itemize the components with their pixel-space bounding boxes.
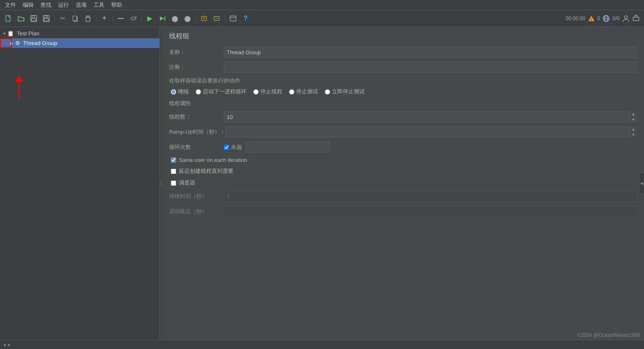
delay-thread-row: 延迟创建线程直到需要: [171, 167, 637, 175]
globe-icon: [602, 15, 610, 22]
loop-forever-wrap: 永远: [224, 143, 242, 151]
radio-stop-test-now-label: 立即停止测试: [332, 88, 365, 95]
tree-icon-test-plan: 📋: [7, 30, 14, 37]
tree-expand-collapsed-icon: ▶: [10, 41, 13, 45]
panel-resize-handle[interactable]: [160, 27, 162, 340]
help-btn[interactable]: ?: [240, 13, 252, 24]
template-btn[interactable]: [227, 13, 239, 24]
thread-count-down[interactable]: ▼: [629, 117, 637, 122]
remote-btn[interactable]: [198, 13, 210, 24]
same-user-checkbox[interactable]: [171, 157, 176, 163]
add-button[interactable]: +: [98, 13, 110, 24]
right-panel: 线程组 名称： 注释： 在取样器错误后要执行的动作 继续 启动下一进程循环 停止…: [162, 27, 644, 340]
name-label: 名称：: [169, 48, 224, 56]
svg-rect-9: [73, 16, 77, 21]
radio-stop-thread[interactable]: 停止线程: [253, 88, 282, 95]
error-count: 0/0: [612, 16, 620, 21]
comment-input[interactable]: [224, 62, 637, 73]
delay-thread-checkbox[interactable]: [171, 169, 176, 174]
delay-thread-label[interactable]: 延迟创建线程直到需要: [179, 167, 233, 175]
duration-input[interactable]: [224, 191, 637, 202]
tree-item-test-plan[interactable]: ▾ 📋 Test Plan: [0, 29, 159, 38]
panel-title: 线程组: [169, 32, 637, 41]
run-button[interactable]: ▶: [144, 13, 156, 24]
remote2-btn[interactable]: [211, 13, 223, 24]
rampup-input[interactable]: [225, 127, 637, 137]
save-button[interactable]: [28, 13, 40, 24]
tree-expand-icon: ▾: [3, 31, 5, 36]
tree-icon-thread-group: ⚙: [15, 40, 20, 46]
radio-stop-thread-input[interactable]: [253, 89, 259, 95]
scheduler-label[interactable]: 调度器: [179, 179, 195, 187]
bottom-bar: ● ●: [0, 340, 644, 349]
menu-file[interactable]: 文件: [2, 0, 19, 10]
open-button[interactable]: [15, 13, 27, 24]
menu-find[interactable]: 查找: [37, 0, 55, 10]
rampup-up[interactable]: ▲: [629, 127, 637, 132]
connect-icon: [632, 15, 640, 22]
rampup-row: Ramp-Up时间（秒）： ▲ ▼: [169, 127, 637, 137]
cut-button[interactable]: ✂: [57, 13, 69, 24]
loop-count-input[interactable]: [246, 142, 330, 153]
run-no-pause-button[interactable]: [156, 13, 168, 24]
rampup-wrap: ▲ ▼: [225, 127, 637, 137]
radio-start-next-loop[interactable]: 启动下一进程循环: [196, 88, 246, 95]
tree-item-thread-group[interactable]: ▶ ⚙ Thread Group: [0, 38, 159, 48]
thread-count-row: 线程数： ▲ ▼: [169, 111, 637, 122]
menu-options[interactable]: 选项: [72, 0, 90, 10]
menu-help[interactable]: 帮助: [108, 0, 125, 10]
svg-rect-25: [633, 17, 639, 21]
radio-start-next-loop-input[interactable]: [196, 89, 201, 95]
person-icon: [622, 15, 630, 22]
radio-stop-test-now[interactable]: 立即停止测试: [325, 88, 365, 95]
same-user-label[interactable]: Same user on each iteration: [179, 157, 247, 163]
loop-forever-checkbox[interactable]: [224, 145, 229, 150]
thread-count-up[interactable]: ▲: [629, 111, 637, 117]
radio-stop-thread-label: 停止线程: [260, 88, 282, 95]
menu-run[interactable]: 运行: [55, 0, 72, 10]
tree-label-test-plan: Test Plan: [17, 30, 39, 37]
stop-button[interactable]: ⬤: [169, 13, 181, 24]
radio-stop-test[interactable]: 停止测试: [289, 88, 318, 95]
status-bar-top: 00:00:00 ! 0 0/0: [562, 10, 644, 27]
new-button[interactable]: [3, 13, 14, 24]
thread-props-label: 线程属性: [169, 100, 637, 107]
toolbar-sep-4: [141, 14, 142, 23]
svg-rect-3: [32, 19, 36, 21]
radio-stop-test-now-input[interactable]: [325, 89, 330, 95]
toolbar: + ✂ + ▶ ⬤ ⬤ ? 00:00:00 ! 0: [0, 10, 644, 27]
clear-button[interactable]: [127, 13, 139, 24]
scheduler-checkbox[interactable]: [171, 180, 176, 186]
rampup-down[interactable]: ▼: [629, 132, 637, 137]
menu-edit[interactable]: 编辑: [19, 0, 37, 10]
menu-tools[interactable]: 工具: [90, 0, 108, 10]
svg-rect-2: [32, 16, 34, 18]
save-as-button[interactable]: +: [40, 13, 52, 24]
toolbar-sep-5: [196, 14, 196, 23]
bottom-dots: ● ●: [3, 342, 10, 347]
error-action-label: 在取样器错误后要执行的动作: [169, 77, 637, 85]
radio-continue[interactable]: 继续: [171, 88, 189, 95]
toolbar-sep-1: [54, 14, 55, 23]
copy-button[interactable]: [69, 13, 81, 24]
radio-stop-test-label: 停止测试: [296, 88, 318, 95]
stop-now-button[interactable]: ⬤: [182, 13, 193, 24]
loop-forever-label[interactable]: 永远: [231, 143, 242, 151]
radio-stop-test-input[interactable]: [289, 89, 294, 95]
startup-delay-input[interactable]: [224, 206, 637, 217]
name-input[interactable]: [224, 47, 637, 58]
svg-marker-13: [160, 16, 164, 21]
thread-count-wrap: ▲ ▼: [224, 111, 637, 122]
loop-count-row: 循环次数 永远: [169, 142, 637, 153]
thread-count-input[interactable]: [224, 111, 637, 122]
svg-text:!: !: [591, 18, 592, 21]
paste-button[interactable]: [82, 13, 94, 24]
radio-continue-input[interactable]: [171, 89, 176, 95]
warning-icon: !: [588, 16, 595, 21]
thread-count-label: 线程数：: [169, 113, 224, 121]
remove-button[interactable]: [115, 13, 127, 24]
radio-start-next-loop-label: 启动下一进程循环: [203, 88, 246, 95]
warning-count: 0: [597, 16, 600, 21]
loop-label: 循环次数: [169, 143, 224, 151]
right-edge-collapse[interactable]: ◀: [639, 173, 644, 194]
